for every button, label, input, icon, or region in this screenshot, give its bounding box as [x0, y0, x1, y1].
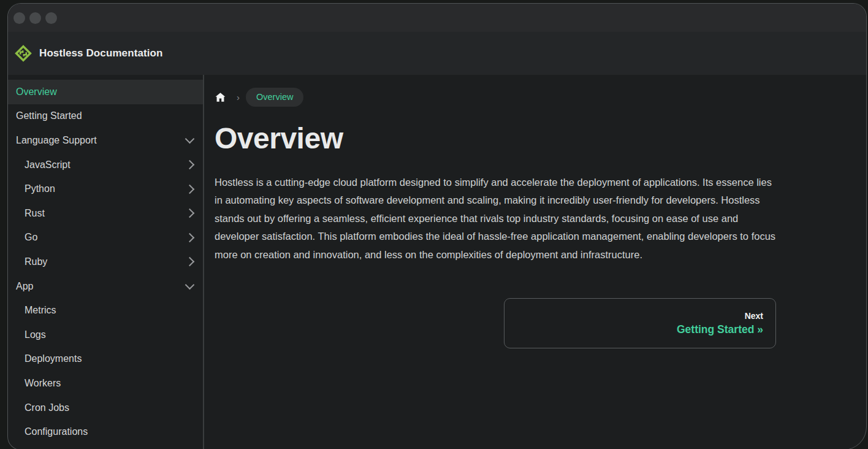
sidebar-item-deployments[interactable]: Deployments	[8, 347, 203, 372]
app-window: Hostless Documentation Overview Getting …	[7, 3, 867, 449]
sidebar-item-metrics[interactable]: Metrics	[8, 298, 203, 323]
sidebar-item-language-support[interactable]: Language Support	[8, 128, 203, 153]
sidebar-item-label: Go	[25, 232, 37, 243]
sidebar-item-rust[interactable]: Rust	[8, 201, 203, 226]
sidebar-item-label: Rust	[25, 208, 45, 219]
window-control-dot[interactable]	[29, 12, 41, 24]
next-page-card[interactable]: Next Getting Started »	[504, 298, 776, 348]
chevron-down-icon	[185, 280, 195, 290]
breadcrumb-current[interactable]: Overview	[246, 88, 303, 107]
sidebar-item-label: Getting Started	[16, 110, 82, 121]
sidebar-item-python[interactable]: Python	[8, 177, 203, 201]
sidebar-item-cron-jobs[interactable]: Cron Jobs	[8, 396, 203, 420]
sidebar-item-label: Ruby	[25, 256, 47, 267]
app-header: Hostless Documentation	[8, 32, 866, 75]
home-icon[interactable]	[215, 87, 235, 107]
breadcrumb-separator-icon: ›	[237, 92, 240, 102]
sidebar-item-label: Python	[25, 183, 55, 194]
sidebar-item-label: Metrics	[25, 305, 56, 316]
chevron-right-icon	[185, 257, 195, 267]
page-title: Overview	[215, 121, 776, 155]
chevron-right-icon	[185, 184, 195, 194]
sidebar-item-workers[interactable]: Workers	[8, 371, 203, 396]
sidebar-item-ruby[interactable]: Ruby	[8, 250, 203, 274]
sidebar-item-label: Workers	[25, 378, 61, 389]
sidebar-item-configurations[interactable]: Configurations	[8, 420, 203, 444]
sidebar-nav: Overview Getting Started Language Suppor…	[8, 75, 204, 449]
sidebar-item-label: App	[16, 281, 33, 292]
sidebar-item-getting-started[interactable]: Getting Started	[8, 104, 203, 129]
sidebar-item-label: JavaScript	[25, 159, 70, 171]
sidebar-item-label: Language Support	[16, 135, 97, 146]
chevron-right-icon	[185, 233, 195, 243]
window-control-dot[interactable]	[45, 12, 57, 24]
brand-title: Hostless Documentation	[39, 47, 163, 59]
main-content: › Overview Overview Hostless is a cuttin…	[204, 75, 866, 449]
sidebar-item-label: Deployments	[25, 353, 82, 364]
hostless-logo-icon	[14, 44, 32, 63]
sidebar-item-label: Overview	[16, 86, 57, 98]
sidebar-item-label: Configurations	[25, 426, 88, 437]
window-control-dot[interactable]	[13, 12, 25, 24]
sidebar-item-label: Cron Jobs	[25, 402, 69, 413]
sidebar-item-go[interactable]: Go	[8, 226, 203, 250]
breadcrumb: › Overview	[215, 87, 776, 107]
sidebar-item-javascript[interactable]: JavaScript	[8, 153, 203, 177]
chevron-right-icon	[185, 160, 195, 170]
window-titlebar	[8, 4, 866, 32]
sidebar-item-overview[interactable]: Overview	[8, 80, 203, 104]
next-link[interactable]: Getting Started »	[677, 323, 763, 336]
chevron-down-icon	[185, 134, 195, 144]
sidebar-item-app[interactable]: App	[8, 274, 203, 299]
page-body: Hostless is a cutting-edge cloud platfor…	[215, 174, 776, 264]
sidebar-item-logs[interactable]: Logs	[8, 323, 203, 347]
next-label: Next	[745, 311, 763, 321]
sidebar-item-label: Logs	[25, 329, 46, 340]
chevron-right-icon	[185, 209, 195, 218]
